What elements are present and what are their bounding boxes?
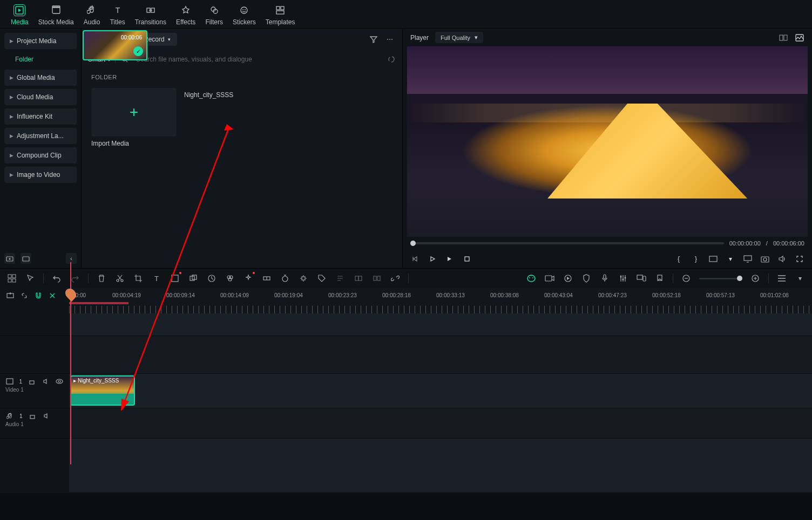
tab-stickers[interactable]: Stickers <box>233 4 256 26</box>
compare-icon[interactable] <box>779 33 788 43</box>
image-icon[interactable] <box>795 33 804 43</box>
camera-icon[interactable] <box>544 273 555 284</box>
track-motion-button[interactable] <box>298 273 309 284</box>
keyframe-button[interactable] <box>261 273 272 284</box>
cut-button[interactable] <box>114 273 125 284</box>
face-icon[interactable] <box>526 273 537 284</box>
chevron-right-icon: ▶ <box>10 75 13 80</box>
text-button[interactable]: T <box>151 273 162 284</box>
timer-button[interactable] <box>280 273 290 284</box>
zoom-slider[interactable] <box>699 278 742 279</box>
mark-in-button[interactable]: { <box>674 254 684 264</box>
sidebar-item-adjustment-layer[interactable]: ▶Adjustment La... <box>4 128 77 144</box>
list-view-icon[interactable] <box>776 273 787 284</box>
align-button[interactable] <box>335 273 346 284</box>
unlink-button[interactable] <box>390 273 401 284</box>
mixer-icon[interactable] <box>618 273 628 284</box>
svg-rect-53 <box>545 276 552 281</box>
search-input[interactable] <box>134 53 382 65</box>
crop-zoom-button[interactable] <box>170 273 180 284</box>
zoom-in-button[interactable] <box>750 273 761 284</box>
link-track-icon[interactable] <box>19 291 29 300</box>
cursor-icon[interactable] <box>25 273 36 284</box>
quality-dropdown[interactable]: Full Quality▾ <box>435 32 483 43</box>
sidebar-item-influence-kit[interactable]: ▶Influence Kit <box>4 108 77 125</box>
tab-media[interactable]: Media <box>11 4 29 26</box>
zoom-out-button[interactable] <box>681 273 692 284</box>
playback-icon[interactable] <box>563 273 573 284</box>
stop-button[interactable] <box>462 254 472 264</box>
timeline-clip[interactable]: ▸Night_city_SSSS <box>70 375 135 406</box>
crop-button[interactable] <box>133 273 144 284</box>
play-forward-button[interactable] <box>445 254 455 264</box>
play-button[interactable] <box>428 254 437 264</box>
marker-icon[interactable] <box>654 273 665 284</box>
tab-stock-media[interactable]: Stock Media <box>38 4 74 26</box>
mute-track-icon[interactable] <box>42 412 51 420</box>
devices-icon[interactable] <box>636 273 647 284</box>
redo-button[interactable] <box>70 273 80 284</box>
mute-track-icon[interactable] <box>42 377 50 386</box>
lock-track-icon[interactable] <box>28 412 37 420</box>
svg-rect-29 <box>8 275 11 278</box>
sidebar-item-compound-clip[interactable]: ▶Compound Clip <box>4 147 77 163</box>
new-folder-icon[interactable] <box>4 253 15 264</box>
lock-track-icon[interactable] <box>28 377 36 386</box>
view-dropdown-icon[interactable]: ▾ <box>795 273 806 284</box>
tab-filters[interactable]: Filters <box>205 4 223 26</box>
mark-out-button[interactable]: } <box>691 254 701 264</box>
scrub-slider[interactable] <box>410 242 724 244</box>
tab-titles[interactable]: TTitles <box>110 4 125 26</box>
mask-button[interactable] <box>188 273 199 284</box>
group-button[interactable] <box>353 273 364 284</box>
auto-cut-icon[interactable] <box>48 291 57 300</box>
ai-button[interactable] <box>243 273 254 284</box>
more-icon[interactable]: ⋯ <box>384 33 396 45</box>
tab-templates[interactable]: Templates <box>266 4 295 26</box>
snapshot-icon[interactable] <box>760 254 770 264</box>
timeline-ruler[interactable]: 00:00 00:00:04:19 00:00:09:14 00:00:14:0… <box>69 288 812 314</box>
svg-point-51 <box>529 277 530 278</box>
ungroup-button[interactable] <box>371 273 382 284</box>
tag-button[interactable] <box>316 273 327 284</box>
sidebar-item-image-to-video[interactable]: ▶Image to Video <box>4 167 77 183</box>
player-viewport[interactable] <box>407 46 808 237</box>
sidebar-sub-folder[interactable]: Folder <box>4 52 77 66</box>
tab-audio[interactable]: Audio <box>84 4 100 26</box>
sidebar-item-project-media[interactable]: ▶Project Media <box>4 33 77 49</box>
player-title: Player <box>410 34 429 42</box>
speed-button[interactable] <box>206 273 217 284</box>
sidebar-item-global-media[interactable]: ▶Global Media <box>4 70 77 86</box>
undo-button[interactable] <box>51 273 62 284</box>
volume-icon[interactable] <box>777 254 787 264</box>
visibility-icon[interactable] <box>55 377 64 386</box>
timeline: 00:00 00:00:04:19 00:00:09:14 00:00:14:0… <box>0 288 812 493</box>
display-icon[interactable] <box>743 254 753 264</box>
color-button[interactable] <box>225 273 235 284</box>
magnet-icon[interactable] <box>33 291 43 300</box>
folder-icon[interactable] <box>21 253 31 264</box>
fullscreen-icon[interactable] <box>795 254 804 264</box>
tab-effects[interactable]: Effects <box>176 4 195 26</box>
playhead[interactable] <box>70 262 71 464</box>
collapse-sidebar-button[interactable]: ‹ <box>66 253 77 264</box>
chevron-down-icon[interactable]: ▾ <box>726 254 735 264</box>
audio-track-icon <box>5 412 14 420</box>
ratio-dropdown[interactable] <box>708 254 718 264</box>
svg-point-52 <box>532 277 533 278</box>
audio-track[interactable] <box>69 408 812 438</box>
video-track[interactable]: ▸Night_city_SSSS <box>69 374 812 408</box>
svg-point-18 <box>389 57 394 62</box>
shield-icon[interactable] <box>581 273 592 284</box>
grid-icon[interactable] <box>6 273 17 284</box>
delete-button[interactable] <box>96 273 107 284</box>
filter-icon[interactable] <box>368 33 380 45</box>
media-clip-thumbnail[interactable]: 00:00:06 ✓ <box>83 30 147 60</box>
sidebar-item-cloud-media[interactable]: ▶Cloud Media <box>4 89 77 105</box>
tab-transitions[interactable]: Transitions <box>135 4 166 26</box>
mic-icon[interactable] <box>599 273 610 284</box>
import-media-card[interactable]: + <box>91 88 177 136</box>
top-tabs: Media Stock Media Audio TTitles Transiti… <box>0 0 812 29</box>
add-track-icon[interactable] <box>5 291 15 300</box>
prev-frame-button[interactable] <box>410 254 420 264</box>
